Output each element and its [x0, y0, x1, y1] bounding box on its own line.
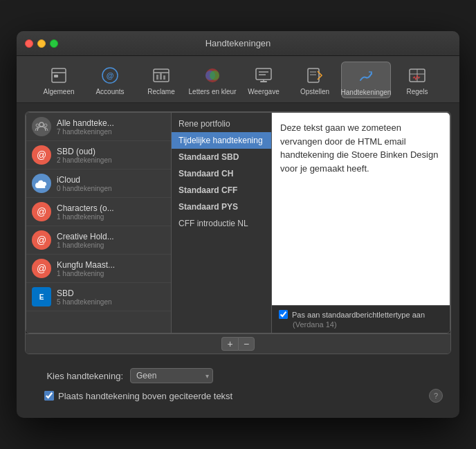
toolbar-item-accounts[interactable]: @ Accounts	[85, 62, 135, 98]
opstellen-icon	[304, 64, 326, 86]
account-name-sbd-oud: SBD (oud)	[57, 147, 165, 156]
preview-wrapper: Deze tekst gaan we zometeen vervangen do…	[272, 113, 450, 333]
account-item-kungfu[interactable]: @ Kungfu Maast... 1 handtekening	[26, 255, 171, 283]
remove-signature-button[interactable]: −	[238, 337, 255, 351]
main-panel: Alle handteke... 7 handtekeningen @ SBD …	[25, 111, 451, 354]
account-name-all: Alle handteke...	[57, 118, 165, 128]
signatures-list: Rene portfolio Tijdelijke handtekening S…	[172, 113, 272, 333]
general-icon	[48, 64, 70, 86]
toolbar-label-weergave: Weergave	[248, 88, 279, 95]
account-item-characters[interactable]: @ Characters (o... 1 handtekening	[26, 198, 171, 226]
signature-select-wrapper: Geen Automatisch ▾	[130, 368, 213, 383]
toolbar: Algemeen @ Accounts Reclame	[17, 56, 459, 103]
handtekeningen-icon	[355, 65, 377, 87]
toolbar-label-opstellen: Opstellen	[300, 88, 329, 95]
svg-rect-13	[256, 68, 271, 80]
toolbar-label-general: Algemeen	[43, 88, 74, 95]
toolbar-item-reclame[interactable]: Reclame	[136, 62, 186, 98]
svg-rect-9	[163, 75, 165, 80]
preview-panel: Deze tekst gaan we zometeen vervangen do…	[272, 113, 450, 305]
account-item-sbd-oud[interactable]: @ SBD (oud) 2 handtekeningen	[26, 141, 171, 169]
main-window: Handtekeningen Algemeen @ Accounts	[17, 31, 459, 418]
account-sub-kungfu: 1 handtekening	[57, 270, 165, 277]
signature-item-standaard-cff[interactable]: Standaard CFF	[172, 182, 271, 199]
svg-rect-2	[54, 75, 58, 77]
account-info-characters: Characters (o... 1 handtekening	[57, 203, 165, 221]
account-name-icloud: iCloud	[57, 175, 165, 185]
titlebar: Handtekeningen	[17, 31, 459, 56]
svg-rect-8	[160, 73, 162, 80]
preview-text: Deze tekst gaan we zometeen vervangen do…	[280, 121, 441, 175]
account-icon-kungfu: @	[32, 259, 51, 278]
adjust-sub: (Verdana 14)	[279, 320, 443, 329]
account-info-sbd-oud: SBD (oud) 2 handtekeningen	[57, 147, 165, 164]
account-sub-sbd: 5 handtekeningen	[57, 298, 165, 306]
signature-item-standaard-sbd[interactable]: Standaard SBD	[172, 149, 271, 165]
toolbar-item-general[interactable]: Algemeen	[34, 62, 84, 98]
toolbar-item-weergave[interactable]: Weergave	[239, 62, 289, 98]
footer-checkbox-row: Plaats handtekening boven geciteerde tek…	[33, 389, 443, 403]
account-icon-icloud	[32, 174, 51, 193]
account-item-icloud[interactable]: iCloud 0 handtekeningen	[26, 169, 171, 198]
accounts-icon: @	[99, 64, 121, 86]
add-remove-buttons: + −	[221, 337, 255, 351]
reclame-icon	[150, 64, 172, 86]
signature-item-tijdelijk[interactable]: Tijdelijke handtekening	[172, 132, 271, 149]
signature-item-rene[interactable]: Rene portfolio	[172, 116, 271, 132]
svg-point-12	[210, 71, 219, 80]
account-icon-characters: @	[32, 202, 51, 221]
account-icon-sbd-oud: @	[32, 145, 51, 165]
account-info-all: Alle handteke... 7 handtekeningen	[57, 118, 165, 136]
svg-rect-16	[260, 81, 267, 82]
footer-choose-row: Kies handtekening: Geen Automatisch ▾	[33, 368, 443, 383]
account-info-sbd: SBD 5 handtekeningen	[57, 288, 165, 306]
svg-point-22	[39, 122, 44, 127]
three-column-panel: Alle handteke... 7 handtekeningen @ SBD …	[26, 112, 450, 333]
accounts-list: Alle handteke... 7 handtekeningen @ SBD …	[26, 113, 172, 333]
signature-item-standaard-ch[interactable]: Standaard CH	[172, 165, 271, 182]
toolbar-label-reclame: Reclame	[147, 88, 174, 95]
toolbar-item-regels[interactable]: Regels	[392, 62, 442, 98]
footer: Kies handtekening: Geen Automatisch ▾ Pl…	[25, 361, 451, 410]
account-info-creative: Creative Hold... 1 handtekening	[57, 232, 165, 249]
account-sub-icloud: 0 handtekeningen	[57, 185, 165, 192]
window-title: Handtekeningen	[205, 38, 271, 48]
content-area: Alle handteke... 7 handtekeningen @ SBD …	[17, 103, 459, 418]
toolbar-label-letters: Letters en kleur	[189, 88, 237, 95]
toolbar-item-opstellen[interactable]: Opstellen	[290, 62, 340, 98]
account-name-creative: Creative Hold...	[57, 232, 165, 241]
choose-signature-label: Kies handtekening:	[33, 371, 123, 381]
svg-text:@: @	[107, 71, 114, 80]
account-sub-characters: 1 handtekening	[57, 213, 165, 221]
regels-icon	[406, 64, 428, 86]
signature-select[interactable]: Geen Automatisch	[130, 368, 213, 383]
toolbar-item-letters[interactable]: Letters en kleur	[187, 62, 237, 98]
account-icon-sbd: E	[32, 287, 51, 306]
traffic-lights	[25, 39, 58, 48]
account-icon-creative: @	[32, 230, 51, 250]
toolbar-label-regels: Regels	[406, 88, 428, 95]
minimize-button[interactable]	[37, 39, 46, 48]
account-info-kungfu: Kungfu Maast... 1 handtekening	[57, 260, 165, 277]
svg-point-24	[44, 124, 47, 127]
weergave-icon	[253, 64, 275, 86]
adjust-label: Pas aan standaardberichtlettertype aan	[292, 311, 425, 319]
adjust-checkbox[interactable]	[279, 310, 288, 319]
account-name-characters: Characters (o...	[57, 203, 165, 213]
toolbar-label-handtekeningen: Handtekeningen	[341, 89, 392, 96]
signature-item-standaard-pys[interactable]: Standaard PYS	[172, 199, 271, 215]
account-info-icloud: iCloud 0 handtekeningen	[57, 175, 165, 192]
signature-item-cff-intro[interactable]: CFF introductie NL	[172, 215, 271, 232]
close-button[interactable]	[25, 39, 33, 48]
add-signature-button[interactable]: +	[221, 337, 238, 351]
account-item-creative[interactable]: @ Creative Hold... 1 handtekening	[26, 226, 171, 255]
toolbar-item-handtekeningen[interactable]: Handtekeningen	[341, 62, 391, 98]
maximize-button[interactable]	[50, 39, 58, 48]
place-above-checkbox[interactable]	[44, 391, 54, 401]
place-above-label: Plaats handtekening boven geciteerde tek…	[58, 391, 232, 401]
account-sub-sbd-oud: 2 handtekeningen	[57, 156, 165, 164]
account-item-sbd[interactable]: E SBD 5 handtekeningen	[26, 283, 171, 311]
account-item-all[interactable]: Alle handteke... 7 handtekeningen	[26, 113, 171, 141]
help-button[interactable]: ?	[429, 389, 443, 403]
account-name-sbd: SBD	[57, 288, 165, 298]
